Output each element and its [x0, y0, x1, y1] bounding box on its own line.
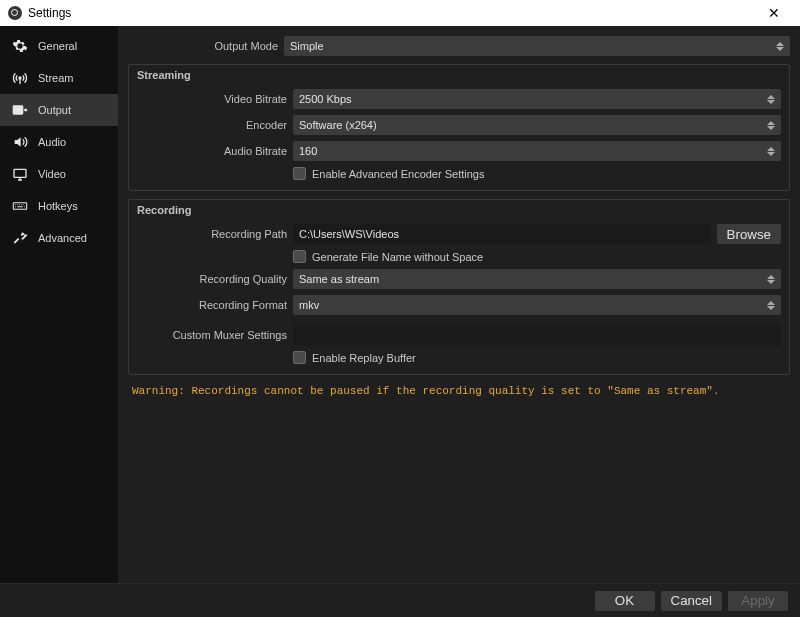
sidebar-item-label: Stream	[38, 72, 73, 84]
sidebar-item-label: Output	[38, 104, 71, 116]
gear-icon	[10, 38, 30, 54]
main: General Stream Output Audio Video	[0, 26, 800, 583]
apply-button[interactable]: Apply	[728, 591, 788, 611]
monitor-icon	[10, 166, 30, 182]
output-mode-label: Output Mode	[128, 40, 278, 52]
output-mode-combo[interactable]: Simple	[284, 36, 790, 56]
enable-advanced-label: Enable Advanced Encoder Settings	[312, 168, 484, 180]
sidebar-item-hotkeys[interactable]: Hotkeys	[0, 190, 118, 222]
recording-format-label: Recording Format	[137, 299, 287, 311]
sidebar-item-output[interactable]: Output	[0, 94, 118, 126]
gen-no-space-label: Generate File Name without Space	[312, 251, 483, 263]
sidebar-item-label: Hotkeys	[38, 200, 78, 212]
tools-icon	[10, 230, 30, 246]
recording-format-value: mkv	[299, 295, 319, 315]
app-icon	[8, 6, 22, 20]
chevron-updown-icon	[763, 115, 779, 135]
sidebar: General Stream Output Audio Video	[0, 26, 118, 583]
output-mode-value: Simple	[290, 36, 324, 56]
muxer-input[interactable]	[293, 325, 781, 345]
encoder-label: Encoder	[137, 119, 287, 131]
audio-icon	[10, 134, 30, 150]
svg-rect-3	[13, 203, 26, 210]
footer: OK Cancel Apply	[0, 583, 800, 617]
sidebar-item-advanced[interactable]: Advanced	[0, 222, 118, 254]
antenna-icon	[10, 70, 30, 86]
recording-legend: Recording	[137, 204, 781, 216]
sidebar-item-audio[interactable]: Audio	[0, 126, 118, 158]
window-title: Settings	[28, 6, 756, 20]
output-icon	[10, 102, 30, 118]
titlebar: Settings ✕	[0, 0, 800, 26]
svg-rect-1	[13, 106, 22, 114]
sidebar-item-label: Audio	[38, 136, 66, 148]
gen-no-space-checkbox[interactable]	[293, 250, 306, 263]
encoder-value: Software (x264)	[299, 115, 377, 135]
recording-path-label: Recording Path	[137, 228, 287, 240]
warning-text: Warning: Recordings cannot be paused if …	[128, 383, 790, 399]
recording-format-combo[interactable]: mkv	[293, 295, 781, 315]
sidebar-item-label: Video	[38, 168, 66, 180]
stepper-icon	[763, 89, 779, 109]
close-button[interactable]: ✕	[756, 0, 792, 26]
recording-path-input[interactable]: C:\Users\WS\Videos	[293, 224, 711, 244]
svg-rect-2	[14, 169, 26, 177]
group-streaming: Streaming Video Bitrate 2500 Kbps Encode…	[128, 64, 790, 191]
encoder-combo[interactable]: Software (x264)	[293, 115, 781, 135]
chevron-updown-icon	[763, 269, 779, 289]
enable-advanced-checkbox[interactable]	[293, 167, 306, 180]
video-bitrate-value: 2500 Kbps	[299, 89, 352, 109]
ok-button[interactable]: OK	[595, 591, 655, 611]
recording-path-value: C:\Users\WS\Videos	[299, 224, 399, 244]
recording-quality-label: Recording Quality	[137, 273, 287, 285]
group-recording: Recording Recording Path C:\Users\WS\Vid…	[128, 199, 790, 375]
audio-bitrate-label: Audio Bitrate	[137, 145, 287, 157]
chevron-updown-icon	[763, 141, 779, 161]
browse-button[interactable]: Browse	[717, 224, 781, 244]
replay-buffer-checkbox[interactable]	[293, 351, 306, 364]
video-bitrate-label: Video Bitrate	[137, 93, 287, 105]
audio-bitrate-value: 160	[299, 141, 317, 161]
replay-buffer-label: Enable Replay Buffer	[312, 352, 416, 364]
chevron-updown-icon	[763, 295, 779, 315]
row-output-mode: Output Mode Simple	[128, 36, 790, 56]
video-bitrate-spin[interactable]: 2500 Kbps	[293, 89, 781, 109]
sidebar-item-general[interactable]: General	[0, 30, 118, 62]
muxer-label: Custom Muxer Settings	[137, 329, 287, 341]
chevron-updown-icon	[772, 36, 788, 56]
keyboard-icon	[10, 198, 30, 214]
streaming-legend: Streaming	[137, 69, 781, 81]
sidebar-item-label: General	[38, 40, 77, 52]
recording-quality-combo[interactable]: Same as stream	[293, 269, 781, 289]
sidebar-item-video[interactable]: Video	[0, 158, 118, 190]
content: Output Mode Simple Streaming Video Bitra…	[118, 26, 800, 583]
cancel-button[interactable]: Cancel	[661, 591, 723, 611]
recording-quality-value: Same as stream	[299, 269, 379, 289]
audio-bitrate-combo[interactable]: 160	[293, 141, 781, 161]
sidebar-item-label: Advanced	[38, 232, 87, 244]
sidebar-item-stream[interactable]: Stream	[0, 62, 118, 94]
